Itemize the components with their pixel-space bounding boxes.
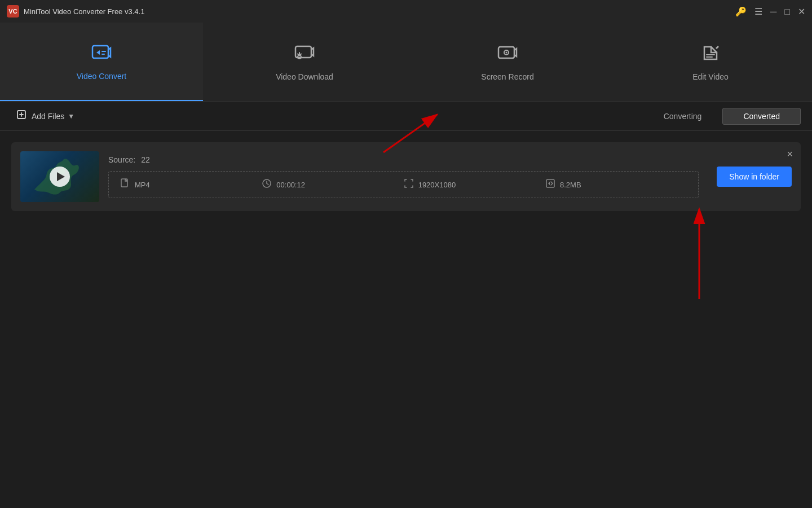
window-controls: 🔑 ☰ ─ □ ✕ <box>735 6 805 17</box>
screen-record-icon <box>497 42 518 67</box>
add-files-icon <box>17 109 28 123</box>
tab-converted[interactable]: Converted <box>722 108 801 125</box>
file-resolution: 1920X1080 <box>404 178 545 191</box>
add-files-button[interactable]: Add Files ▼ <box>11 106 80 126</box>
resolution-icon <box>404 178 414 191</box>
play-icon <box>57 172 65 181</box>
svg-point-5 <box>506 52 508 54</box>
svg-rect-0 <box>92 46 108 58</box>
restore-button[interactable]: □ <box>784 6 790 16</box>
video-download-icon <box>294 42 315 67</box>
video-convert-icon <box>91 42 112 66</box>
dropdown-arrow-icon: ▼ <box>68 112 74 120</box>
format-icon <box>120 178 130 191</box>
main-content: Source: 22 MP4 <box>0 131 812 222</box>
tab-edit-video-label: Edit Video <box>692 72 729 81</box>
source-label: Source: 22 <box>108 155 699 164</box>
menu-icon[interactable]: ☰ <box>754 6 762 17</box>
nav-tabs: Video Convert Video Download Screen Reco… <box>0 23 812 102</box>
file-size: 8.2MB <box>545 178 687 191</box>
tab-screen-record[interactable]: Screen Record <box>406 23 609 101</box>
title-bar: VC MiniTool Video Converter Free v3.4.1 … <box>0 0 812 23</box>
file-card: Source: 22 MP4 <box>11 142 801 211</box>
toolbar: Add Files ▼ Converting Converted <box>0 102 812 131</box>
tab-edit-video[interactable]: Edit Video <box>609 23 812 101</box>
app-title: MiniTool Video Converter Free v3.4.1 <box>24 7 144 16</box>
app-logo: VC <box>7 5 19 17</box>
tab-video-download[interactable]: Video Download <box>203 23 406 101</box>
svg-rect-9 <box>546 179 554 187</box>
tab-video-convert[interactable]: Video Convert <box>0 23 203 101</box>
duration-icon <box>262 178 272 191</box>
show-in-folder-button[interactable]: Show in folder <box>717 167 792 187</box>
file-details-box: MP4 00:00:12 <box>108 171 699 198</box>
play-button[interactable] <box>50 167 70 187</box>
file-thumbnail[interactable] <box>20 151 99 202</box>
tab-video-download-label: Video Download <box>276 72 333 81</box>
minimize-button[interactable]: ─ <box>770 6 776 16</box>
content-tabs: Converting Converted <box>643 108 801 125</box>
tab-screen-record-label: Screen Record <box>481 72 533 81</box>
file-format: MP4 <box>120 178 262 191</box>
filesize-icon <box>545 178 555 191</box>
key-icon[interactable]: 🔑 <box>735 6 747 17</box>
add-files-label: Add Files <box>32 112 64 121</box>
file-info: Source: 22 MP4 <box>108 155 699 198</box>
tab-converting[interactable]: Converting <box>643 108 723 125</box>
tab-video-convert-label: Video Convert <box>77 72 126 81</box>
close-button[interactable]: ✕ <box>798 6 805 17</box>
file-duration: 00:00:12 <box>262 178 403 191</box>
close-file-button[interactable]: × <box>787 149 793 159</box>
edit-video-icon <box>700 42 721 67</box>
